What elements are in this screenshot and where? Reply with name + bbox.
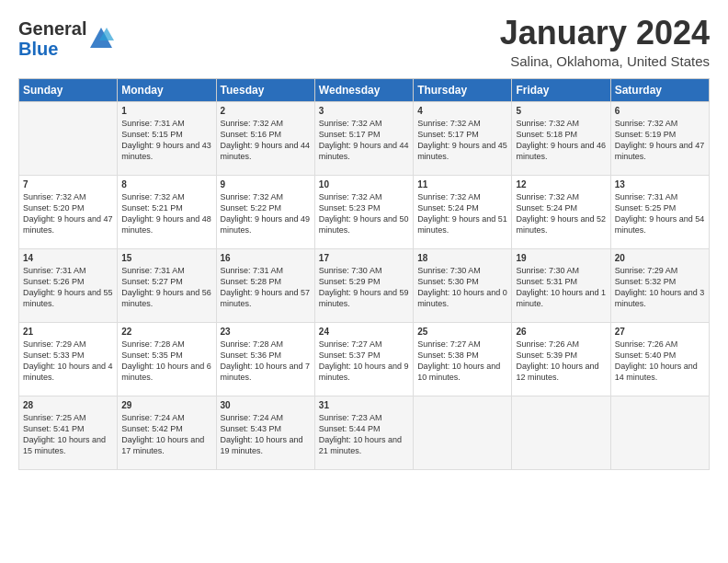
table-row: 7Sunrise: 7:32 AMSunset: 5:20 PMDaylight… xyxy=(19,175,118,248)
cell-info: Sunrise: 7:30 AMSunset: 5:31 PMDaylight:… xyxy=(516,265,606,310)
day-number: 22 xyxy=(121,327,211,337)
day-number: 26 xyxy=(516,327,606,337)
cell-info: Sunrise: 7:32 AMSunset: 5:21 PMDaylight:… xyxy=(121,191,211,236)
day-number: 12 xyxy=(516,179,606,190)
calendar-header-row: Sunday Monday Tuesday Wednesday Thursday… xyxy=(19,78,710,101)
month-title: January 2024 xyxy=(500,15,710,52)
col-wednesday: Wednesday xyxy=(314,78,413,101)
day-number: 29 xyxy=(121,400,211,410)
cell-info: Sunrise: 7:32 AMSunset: 5:18 PMDaylight:… xyxy=(516,118,606,163)
cell-info: Sunrise: 7:32 AMSunset: 5:20 PMDaylight:… xyxy=(23,191,113,236)
table-row: 27Sunrise: 7:26 AMSunset: 5:40 PMDayligh… xyxy=(610,322,709,396)
calendar-table: Sunday Monday Tuesday Wednesday Thursday… xyxy=(18,78,710,470)
col-saturday: Saturday xyxy=(610,78,709,101)
day-number: 23 xyxy=(221,327,311,337)
cell-info: Sunrise: 7:26 AMSunset: 5:39 PMDaylight:… xyxy=(516,339,606,384)
day-number: 6 xyxy=(615,106,705,116)
cell-info: Sunrise: 7:24 AMSunset: 5:43 PMDaylight:… xyxy=(221,412,311,457)
day-number: 4 xyxy=(417,106,507,116)
table-row: 3Sunrise: 7:32 AMSunset: 5:17 PMDaylight… xyxy=(314,101,413,175)
cell-info: Sunrise: 7:28 AMSunset: 5:35 PMDaylight:… xyxy=(121,339,211,384)
col-tuesday: Tuesday xyxy=(216,78,314,101)
table-row: 9Sunrise: 7:32 AMSunset: 5:22 PMDaylight… xyxy=(216,175,314,248)
day-number: 21 xyxy=(23,327,113,337)
col-sunday: Sunday xyxy=(19,78,118,101)
day-number: 5 xyxy=(516,106,606,116)
cell-info: Sunrise: 7:25 AMSunset: 5:41 PMDaylight:… xyxy=(23,412,113,457)
table-row: 5Sunrise: 7:32 AMSunset: 5:18 PMDaylight… xyxy=(512,101,610,175)
day-number: 3 xyxy=(319,106,409,116)
table-row xyxy=(414,396,512,469)
day-number: 20 xyxy=(615,253,705,263)
day-number: 10 xyxy=(319,179,409,190)
cell-info: Sunrise: 7:32 AMSunset: 5:24 PMDaylight:… xyxy=(417,191,507,236)
table-row: 29Sunrise: 7:24 AMSunset: 5:42 PMDayligh… xyxy=(118,396,216,469)
cell-info: Sunrise: 7:31 AMSunset: 5:15 PMDaylight:… xyxy=(121,118,211,163)
cell-info: Sunrise: 7:32 AMSunset: 5:24 PMDaylight:… xyxy=(516,191,606,236)
day-number: 19 xyxy=(516,253,606,263)
cell-info: Sunrise: 7:32 AMSunset: 5:23 PMDaylight:… xyxy=(319,191,409,236)
table-row: 31Sunrise: 7:23 AMSunset: 5:44 PMDayligh… xyxy=(314,396,413,469)
day-number: 25 xyxy=(417,327,507,337)
calendar-week-row: 1Sunrise: 7:31 AMSunset: 5:15 PMDaylight… xyxy=(19,101,710,175)
calendar-week-row: 14Sunrise: 7:31 AMSunset: 5:26 PMDayligh… xyxy=(19,248,710,322)
table-row: 28Sunrise: 7:25 AMSunset: 5:41 PMDayligh… xyxy=(19,396,118,469)
table-row xyxy=(19,101,118,175)
day-number: 17 xyxy=(319,253,409,263)
day-number: 18 xyxy=(417,253,507,263)
location: Salina, Oklahoma, United States xyxy=(500,53,710,69)
table-row: 11Sunrise: 7:32 AMSunset: 5:24 PMDayligh… xyxy=(414,175,512,248)
cell-info: Sunrise: 7:26 AMSunset: 5:40 PMDaylight:… xyxy=(615,339,705,384)
cell-info: Sunrise: 7:27 AMSunset: 5:37 PMDaylight:… xyxy=(319,339,409,384)
table-row: 16Sunrise: 7:31 AMSunset: 5:28 PMDayligh… xyxy=(216,248,314,322)
col-friday: Friday xyxy=(512,78,610,101)
day-number: 7 xyxy=(23,179,113,190)
table-row: 14Sunrise: 7:31 AMSunset: 5:26 PMDayligh… xyxy=(19,248,118,322)
cell-info: Sunrise: 7:29 AMSunset: 5:32 PMDaylight:… xyxy=(615,265,705,310)
calendar-week-row: 21Sunrise: 7:29 AMSunset: 5:33 PMDayligh… xyxy=(19,322,710,396)
cell-info: Sunrise: 7:31 AMSunset: 5:28 PMDaylight:… xyxy=(221,265,311,310)
calendar-week-row: 28Sunrise: 7:25 AMSunset: 5:41 PMDayligh… xyxy=(19,396,710,469)
day-number: 27 xyxy=(615,327,705,337)
table-row: 15Sunrise: 7:31 AMSunset: 5:27 PMDayligh… xyxy=(118,248,216,322)
day-number: 8 xyxy=(121,179,211,190)
table-row: 6Sunrise: 7:32 AMSunset: 5:19 PMDaylight… xyxy=(610,101,709,175)
cell-info: Sunrise: 7:23 AMSunset: 5:44 PMDaylight:… xyxy=(319,412,409,457)
day-number: 11 xyxy=(417,179,507,190)
table-row: 17Sunrise: 7:30 AMSunset: 5:29 PMDayligh… xyxy=(314,248,413,322)
cell-info: Sunrise: 7:32 AMSunset: 5:17 PMDaylight:… xyxy=(417,118,507,163)
cell-info: Sunrise: 7:24 AMSunset: 5:42 PMDaylight:… xyxy=(121,412,211,457)
calendar-week-row: 7Sunrise: 7:32 AMSunset: 5:20 PMDaylight… xyxy=(19,175,710,248)
day-number: 16 xyxy=(221,253,311,263)
cell-info: Sunrise: 7:31 AMSunset: 5:25 PMDaylight:… xyxy=(615,191,705,236)
table-row: 12Sunrise: 7:32 AMSunset: 5:24 PMDayligh… xyxy=(512,175,610,248)
cell-info: Sunrise: 7:30 AMSunset: 5:29 PMDaylight:… xyxy=(319,265,409,310)
table-row: 30Sunrise: 7:24 AMSunset: 5:43 PMDayligh… xyxy=(216,396,314,469)
day-number: 1 xyxy=(121,106,211,116)
table-row xyxy=(610,396,709,469)
cell-info: Sunrise: 7:28 AMSunset: 5:36 PMDaylight:… xyxy=(221,339,311,384)
day-number: 14 xyxy=(23,253,113,263)
cell-info: Sunrise: 7:32 AMSunset: 5:16 PMDaylight:… xyxy=(221,118,311,163)
logo-blue-text: Blue xyxy=(18,39,58,59)
logo: General Blue xyxy=(18,18,114,59)
cell-info: Sunrise: 7:31 AMSunset: 5:26 PMDaylight:… xyxy=(23,265,113,310)
table-row: 8Sunrise: 7:32 AMSunset: 5:21 PMDaylight… xyxy=(118,175,216,248)
table-row: 4Sunrise: 7:32 AMSunset: 5:17 PMDaylight… xyxy=(414,101,512,175)
title-block: January 2024 Salina, Oklahoma, United St… xyxy=(500,15,710,69)
table-row: 23Sunrise: 7:28 AMSunset: 5:36 PMDayligh… xyxy=(216,322,314,396)
day-number: 30 xyxy=(221,400,311,410)
table-row: 10Sunrise: 7:32 AMSunset: 5:23 PMDayligh… xyxy=(314,175,413,248)
cell-info: Sunrise: 7:32 AMSunset: 5:19 PMDaylight:… xyxy=(615,118,705,163)
day-number: 15 xyxy=(121,253,211,263)
day-number: 28 xyxy=(23,400,113,410)
table-row: 20Sunrise: 7:29 AMSunset: 5:32 PMDayligh… xyxy=(610,248,709,322)
day-number: 31 xyxy=(319,400,409,410)
table-row: 2Sunrise: 7:32 AMSunset: 5:16 PMDaylight… xyxy=(216,101,314,175)
table-row xyxy=(512,396,610,469)
day-number: 9 xyxy=(221,179,311,190)
cell-info: Sunrise: 7:31 AMSunset: 5:27 PMDaylight:… xyxy=(121,265,211,310)
table-row: 1Sunrise: 7:31 AMSunset: 5:15 PMDaylight… xyxy=(118,101,216,175)
table-row: 19Sunrise: 7:30 AMSunset: 5:31 PMDayligh… xyxy=(512,248,610,322)
table-row: 18Sunrise: 7:30 AMSunset: 5:30 PMDayligh… xyxy=(414,248,512,322)
